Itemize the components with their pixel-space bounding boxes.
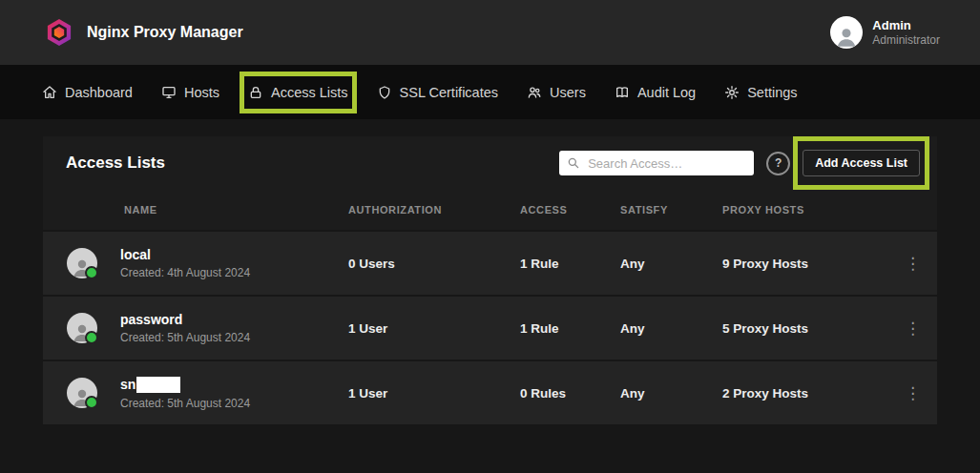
created-date: Created: 4th August 2024 (120, 266, 250, 279)
table-row[interactable]: password Created: 5th August 2024 1 User… (43, 297, 937, 360)
access-count: 1 Rule (520, 257, 620, 271)
users-icon (527, 85, 542, 100)
nav-label: Dashboard (65, 85, 133, 100)
row-menu-kebab-icon[interactable]: ⋮ (905, 385, 944, 401)
book-icon (615, 85, 630, 100)
nav-label: Audit Log (637, 85, 696, 100)
app-logo-icon (44, 17, 74, 48)
nav-label: Settings (747, 85, 797, 100)
status-dot (85, 396, 98, 409)
nav-label: Users (550, 85, 586, 100)
access-list-name: local (120, 247, 151, 262)
user-role: Administrator (872, 33, 940, 48)
satisfy-value: Any (620, 386, 722, 401)
add-access-list-button[interactable]: Add Access List (803, 150, 920, 176)
brand: Nginx Proxy Manager (44, 17, 243, 48)
status-dot (85, 266, 98, 279)
home-icon (42, 85, 57, 100)
table-header: NAME AUTHORIZATION ACCESS SATISFY PROXY … (43, 190, 937, 230)
authorization-count: 1 User (348, 386, 520, 401)
access-lists-card: Access Lists ? Add Access List (43, 136, 937, 424)
authorization-count: 1 User (348, 321, 520, 336)
table-row[interactable]: sn Created: 5th August 2024 1 User 0 Rul… (43, 361, 937, 424)
proxy-hosts-count: 2 Proxy Hosts (722, 386, 905, 401)
table-row[interactable]: local Created: 4th August 2024 0 Users 1… (43, 232, 937, 295)
main-content: Access Lists ? Add Access List (0, 119, 980, 473)
nav-label: SSL Certificates (400, 85, 498, 100)
access-count: 0 Rules (520, 386, 620, 401)
redaction-box (136, 377, 180, 393)
gear-icon (724, 85, 740, 100)
access-list-name: sn (120, 377, 136, 392)
row-menu-kebab-icon[interactable]: ⋮ (905, 320, 944, 337)
column-header-authorization: AUTHORIZATION (348, 204, 520, 216)
nav-item-ssl-certificates[interactable]: SSL Certificates (377, 85, 498, 100)
main-nav: Dashboard Hosts Access Lists SSL Certifi… (0, 65, 980, 119)
satisfy-value: Any (620, 321, 722, 336)
nav-item-dashboard[interactable]: Dashboard (42, 85, 133, 100)
top-header: Nginx Proxy Manager Admin Administrator (0, 0, 980, 65)
proxy-hosts-count: 9 Proxy Hosts (722, 257, 905, 271)
access-list-name: password (120, 312, 182, 327)
nav-item-access-lists[interactable]: Access Lists (248, 85, 348, 100)
user-avatar (830, 16, 863, 49)
avatar (67, 248, 97, 278)
search-icon (567, 156, 580, 170)
column-header-name: NAME (67, 204, 348, 216)
lock-icon (248, 85, 263, 100)
avatar (67, 378, 97, 408)
card-top: Access Lists ? Add Access List (43, 136, 937, 230)
created-date: Created: 5th August 2024 (120, 331, 250, 344)
shield-icon (377, 85, 392, 100)
row-menu-kebab-icon[interactable]: ⋮ (905, 256, 944, 272)
satisfy-value: Any (620, 257, 722, 271)
column-header-access: ACCESS (520, 204, 620, 216)
user-name: Admin (872, 18, 940, 33)
user-menu[interactable]: Admin Administrator (830, 16, 940, 49)
status-dot (85, 331, 98, 344)
page-title: Access Lists (66, 154, 165, 173)
app-root: Nginx Proxy Manager Admin Administrator … (0, 0, 980, 473)
search-box (559, 151, 754, 175)
help-icon[interactable]: ? (766, 152, 790, 175)
search-input[interactable] (586, 155, 746, 172)
access-count: 1 Rule (520, 321, 620, 336)
authorization-count: 0 Users (348, 257, 520, 271)
nav-label: Access Lists (271, 85, 348, 100)
nav-item-hosts[interactable]: Hosts (161, 85, 219, 100)
person-icon (834, 24, 859, 49)
column-header-proxy-hosts: PROXY HOSTS (722, 204, 905, 216)
nav-item-settings[interactable]: Settings (724, 85, 797, 100)
nav-item-audit-log[interactable]: Audit Log (615, 85, 696, 100)
monitor-icon (161, 85, 177, 100)
avatar (67, 313, 97, 343)
nav-label: Hosts (184, 85, 219, 100)
created-date: Created: 5th August 2024 (120, 397, 250, 410)
column-header-satisfy: SATISFY (620, 204, 722, 216)
proxy-hosts-count: 5 Proxy Hosts (722, 321, 905, 336)
app-title: Nginx Proxy Manager (87, 24, 243, 41)
nav-item-users[interactable]: Users (527, 85, 586, 100)
